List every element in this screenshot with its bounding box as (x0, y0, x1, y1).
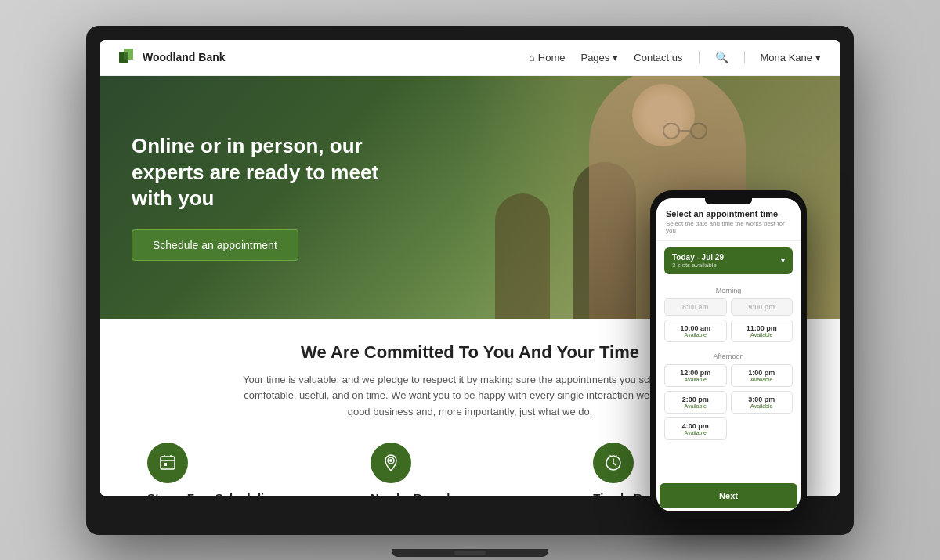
svg-point-3 (663, 123, 679, 139)
status-1000am: Available (670, 332, 721, 338)
nav-links: ⌂ Home Pages ▾ Contact us 🔍 Mona Kane ▾ (529, 51, 821, 63)
status-100pm: Available (736, 377, 788, 382)
phone-date-label: Today - Jul 29 (672, 253, 724, 262)
schedule-appointment-button[interactable]: Schedule an appointment (132, 229, 298, 261)
hero-content: Online or in person, our experts are rea… (100, 133, 445, 261)
chevron-down-icon: ▾ (613, 52, 618, 63)
user-chevron-icon: ▾ (815, 52, 821, 63)
status-200pm: Available (670, 403, 721, 409)
feature-title-1: Nearby Branches (371, 491, 570, 496)
morning-slots: 8:00 am 9:00 pm 10:00 am Available 11:00… (664, 298, 793, 342)
time-200pm: 2:00 pm (670, 396, 721, 403)
time-1200pm: 12:00 pm (670, 369, 721, 377)
timely-reminders-icon (593, 443, 634, 483)
nav-contact[interactable]: Contact us (634, 52, 682, 63)
phone-frame: Select an appointment time Select the da… (650, 190, 807, 519)
navbar: Woodland Bank ⌂ Home Pages ▾ Contact us … (100, 40, 840, 76)
nav-pages[interactable]: Pages ▾ (580, 52, 618, 63)
nav-divider (699, 51, 700, 63)
svg-rect-2 (119, 52, 128, 63)
time-1100pm: 11:00 pm (736, 324, 788, 332)
feature-nearby-branches: Nearby Branches We make it easy to choos… (371, 443, 570, 496)
time-1000am: 10:00 am (670, 324, 721, 332)
next-button[interactable]: Next (660, 483, 797, 508)
time-slot-200pm[interactable]: 2:00 pm Available (664, 391, 727, 414)
svg-point-12 (389, 459, 392, 462)
time-slot-800am[interactable]: 8:00 am (664, 298, 727, 316)
time-100pm: 1:00 pm (736, 369, 788, 377)
laptop-base (392, 549, 548, 557)
time-900pm: 9:00 pm (736, 303, 788, 311)
laptop-notch (454, 551, 486, 555)
phone-notch (705, 198, 752, 204)
time-300pm: 3:00 pm (736, 396, 788, 403)
logo-area: Woodland Bank (119, 49, 226, 66)
phone-appointment-sub: Select the date and time the works best … (666, 220, 791, 234)
time-slot-1100pm[interactable]: 11:00 pm Available (731, 320, 794, 342)
phone-slots-count: 3 slots available (672, 262, 724, 269)
commitment-text: Your time is valuable, and we pledge to … (235, 372, 705, 421)
brand-name: Woodland Bank (143, 51, 226, 63)
feature-stress-free: Stress-Free Scheduling Our online schedu… (147, 443, 347, 496)
phone-screen: Select an appointment time Select the da… (656, 198, 801, 511)
phone-header: Select an appointment time Select the da… (656, 198, 801, 241)
stress-free-icon (147, 443, 188, 483)
afternoon-slots: 12:00 pm Available 1:00 pm Available 2:0… (664, 364, 793, 440)
user-menu[interactable]: Mona Kane ▾ (761, 52, 822, 63)
afternoon-label: Afternoon (664, 346, 793, 364)
time-800am: 8:00 am (670, 303, 721, 311)
phone-date-selector[interactable]: Today - Jul 29 3 slots available ▾ (664, 247, 793, 274)
status-1200pm: Available (670, 377, 721, 382)
time-slot-100pm[interactable]: 1:00 pm Available (731, 364, 794, 387)
phone-time-scroll[interactable]: Morning 8:00 am 9:00 pm 10:00 am Availab… (656, 280, 801, 480)
nav-divider-2 (744, 51, 745, 63)
nearby-branches-icon (371, 443, 411, 483)
time-400pm: 4:00 pm (670, 422, 721, 430)
time-slot-300pm[interactable]: 3:00 pm Available (731, 391, 794, 414)
time-slot-400pm[interactable]: 4:00 pm Available (664, 417, 727, 440)
person-silhouette-2 (495, 193, 550, 319)
laptop-frame: Woodland Bank ⌂ Home Pages ▾ Contact us … (86, 26, 854, 535)
search-icon[interactable]: 🔍 (715, 51, 728, 63)
phone-date-info: Today - Jul 29 3 slots available (672, 253, 724, 269)
svg-rect-10 (164, 463, 167, 466)
time-slot-1200pm[interactable]: 12:00 pm Available (664, 364, 727, 387)
phone-appointment-title: Select an appointment time (666, 209, 791, 219)
status-1100pm: Available (736, 332, 788, 338)
morning-label: Morning (664, 280, 793, 298)
hero-title: Online or in person, our experts are rea… (132, 133, 414, 212)
svg-point-4 (691, 123, 707, 139)
svg-rect-6 (161, 457, 175, 469)
time-slot-1000am[interactable]: 10:00 am Available (664, 320, 727, 342)
time-slot-900pm[interactable]: 9:00 pm (731, 298, 794, 316)
brand-logo-icon (119, 49, 136, 66)
nav-home[interactable]: ⌂ Home (529, 52, 566, 63)
woman-glasses (660, 123, 714, 139)
phone-date-chevron-icon: ▾ (781, 256, 785, 265)
status-300pm: Available (736, 403, 788, 409)
feature-title-0: Stress-Free Scheduling (147, 491, 347, 496)
status-400pm: Available (670, 430, 721, 435)
home-icon: ⌂ (529, 52, 535, 63)
